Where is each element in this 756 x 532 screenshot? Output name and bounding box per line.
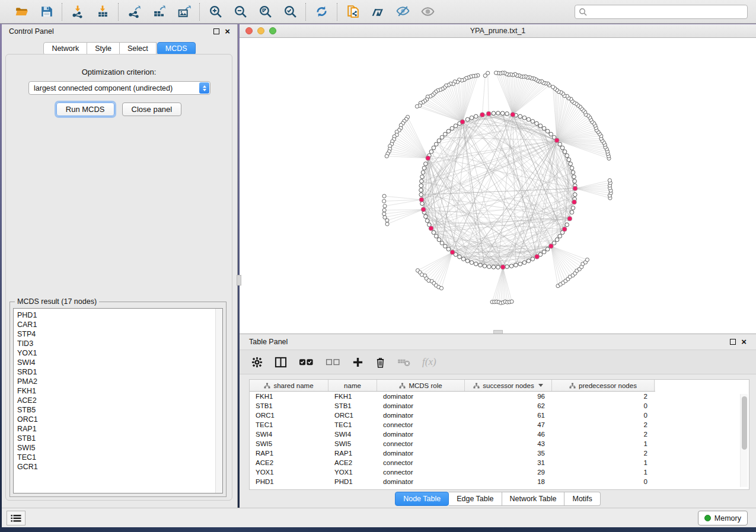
zoom-in-icon[interactable]: [208, 4, 223, 20]
tab-mcds[interactable]: MCDS: [157, 42, 196, 55]
table-cell: dominator: [377, 478, 465, 485]
mcds-result-item[interactable]: CAR1: [17, 320, 222, 329]
mcds-result-item[interactable]: STB1: [17, 434, 222, 443]
table-scrollbar[interactable]: [740, 394, 748, 487]
column-header-successor-nodes[interactable]: successor nodes: [465, 380, 552, 391]
float-panel-icon[interactable]: [213, 28, 219, 34]
close-panel-icon[interactable]: ×: [225, 28, 230, 34]
table-cell: 2: [552, 421, 655, 428]
optimization-label: Optimization criterion:: [6, 68, 232, 76]
network-graph[interactable]: [240, 38, 756, 333]
search-input[interactable]: [575, 5, 748, 19]
table-row[interactable]: ACE2ACE2connector311: [250, 458, 749, 467]
zoom-out-icon[interactable]: [232, 4, 248, 20]
show-graphics-icon: [420, 4, 435, 20]
tab-network[interactable]: Network: [43, 42, 87, 55]
mcds-result-item[interactable]: PMA2: [17, 377, 222, 386]
table-row[interactable]: SWI4SWI4dominator462: [250, 430, 749, 439]
table-row[interactable]: PHD1PHD1dominator180: [250, 477, 749, 486]
table-cell: 18: [465, 478, 552, 485]
status-bar: Memory: [2, 508, 756, 527]
mcds-result-item[interactable]: ORC1: [17, 415, 222, 424]
tab-network-table[interactable]: Network Table: [502, 492, 565, 506]
table-row[interactable]: TEC1TEC1connector472: [250, 420, 749, 430]
mcds-result-item[interactable]: GCR1: [17, 462, 222, 472]
mcds-result-item[interactable]: RAP1: [17, 424, 222, 434]
table-cell: PHD1: [328, 478, 377, 485]
column-header-predecessor-nodes[interactable]: predecessor nodes: [552, 380, 655, 391]
close-table-panel-icon[interactable]: ×: [741, 339, 747, 345]
table-cell: SWI5: [328, 440, 377, 447]
table-cell: 47: [465, 421, 552, 428]
mcds-result-item[interactable]: STB5: [17, 405, 222, 415]
refresh-icon[interactable]: [314, 4, 329, 20]
mcds-result-item[interactable]: FKH1: [17, 386, 222, 396]
mcds-result-list[interactable]: PHD1CAR1STP4TID3YOX1SWI4SRD1PMA2FKH1ACE2…: [13, 308, 223, 493]
overview-icon[interactable]: [370, 4, 385, 20]
select-stepper-icon[interactable]: [199, 82, 209, 94]
table-row[interactable]: FKH1FKH1dominator962: [250, 392, 749, 401]
table-row[interactable]: STB1STB1dominator620: [250, 401, 749, 411]
show-columns-icon[interactable]: [275, 357, 287, 368]
memory-button[interactable]: Memory: [698, 511, 748, 525]
import-network-icon[interactable]: [70, 4, 85, 20]
clone-network-icon[interactable]: [345, 4, 361, 20]
mcds-result-item[interactable]: TID3: [17, 339, 222, 348]
delete-column-icon[interactable]: [375, 357, 385, 368]
open-file-icon[interactable]: [14, 4, 29, 20]
mcds-result-item[interactable]: PHD1: [17, 310, 222, 320]
tab-style[interactable]: Style: [87, 42, 120, 55]
mcds-result-item[interactable]: ACE2: [17, 396, 222, 405]
table-row[interactable]: SWI5SWI5connector431: [250, 439, 749, 448]
export-image-icon[interactable]: [176, 4, 192, 20]
table-cell: 96: [465, 393, 552, 400]
zoom-selected-icon[interactable]: [282, 4, 298, 20]
splitter-grip[interactable]: [237, 275, 241, 286]
table-cell: ORC1: [250, 412, 328, 419]
table-cell: 62: [465, 402, 552, 409]
mcds-scrollbar[interactable]: [215, 309, 222, 493]
table-row[interactable]: YOX1YOX1connector291: [250, 467, 749, 477]
table-settings-icon[interactable]: [251, 357, 263, 368]
table-row[interactable]: RAP1RAP1dominator352: [250, 448, 749, 458]
save-session-icon[interactable]: [39, 4, 54, 20]
tab-node-table[interactable]: Node Table: [395, 492, 449, 506]
export-network-icon[interactable]: [126, 4, 142, 20]
table-cell: STB1: [250, 402, 328, 409]
close-panel-button[interactable]: Close panel: [122, 102, 182, 116]
network-titlebar[interactable]: YPA_prune.txt_1: [240, 24, 756, 38]
network-canvas[interactable]: [240, 38, 756, 333]
tab-motifs[interactable]: Motifs: [564, 492, 600, 506]
hide-annotations-icon[interactable]: [395, 4, 410, 20]
table-cell: TEC1: [250, 421, 328, 428]
select-all-icon[interactable]: [299, 358, 314, 366]
criterion-select[interactable]: largest connected component (undirected): [28, 81, 210, 95]
desktop-background: [0, 527, 756, 532]
table-cell: connector: [377, 421, 465, 428]
column-header-shared-name[interactable]: shared name: [250, 380, 328, 391]
column-header-MCDS-role[interactable]: MCDS role: [377, 380, 465, 391]
tab-select[interactable]: Select: [120, 42, 157, 55]
table-cell: ORC1: [328, 412, 377, 419]
mcds-result-item[interactable]: STP4: [17, 329, 222, 339]
mcds-result-item[interactable]: SWI5: [17, 443, 222, 453]
float-table-panel-icon[interactable]: [730, 339, 736, 345]
import-table-icon[interactable]: [95, 4, 110, 20]
mcds-result-item[interactable]: YOX1: [17, 348, 222, 358]
table-scrollbar-thumb[interactable]: [742, 396, 747, 450]
export-table-icon[interactable]: [151, 4, 167, 20]
tab-edge-table[interactable]: Edge Table: [449, 492, 502, 506]
column-type-icon: [264, 383, 270, 389]
table-panel-title: Table Panel: [249, 338, 288, 346]
mcds-result-item[interactable]: SRD1: [17, 367, 222, 377]
table-row[interactable]: ORC1ORC1dominator610: [250, 411, 749, 420]
run-mcds-button[interactable]: Run MCDS: [56, 102, 114, 116]
show-panels-button[interactable]: [7, 511, 25, 525]
mcds-result-item[interactable]: SWI4: [17, 358, 222, 367]
deselect-all-icon[interactable]: [326, 358, 340, 366]
mcds-result-item[interactable]: TEC1: [17, 453, 222, 462]
create-column-icon[interactable]: [352, 357, 363, 368]
zoom-fit-icon[interactable]: [257, 4, 273, 20]
column-header-name[interactable]: name: [328, 380, 377, 391]
node-table[interactable]: shared namenameMCDS rolesuccessor nodesp…: [249, 379, 749, 490]
